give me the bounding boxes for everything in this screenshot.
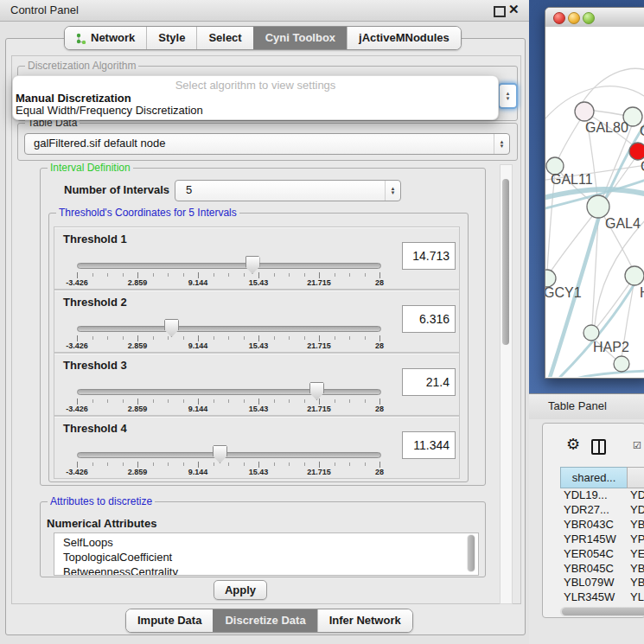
table-row-cell[interactable]: YBR043C [564, 518, 614, 531]
float-window-icon[interactable] [494, 6, 506, 17]
algorithm-popup-hint: Select algorithm to view settings [13, 79, 498, 92]
close-traffic-light-icon[interactable] [553, 12, 565, 24]
table-row-cell[interactable]: YLR345W [564, 590, 615, 603]
popup-item-manual-discretization[interactable]: Manual Discretization [16, 92, 131, 105]
threshold-value-field[interactable]: 21.4 [402, 368, 456, 396]
slider-track[interactable] [77, 326, 381, 332]
network-node-red-node[interactable] [629, 143, 644, 160]
stepper-icon[interactable]: ▲▼ [494, 134, 509, 154]
network-edge [556, 113, 584, 164]
minor-tick [274, 462, 275, 466]
table-row-cell[interactable]: YDR2 [630, 503, 644, 516]
minor-tick [183, 462, 184, 466]
threshold-label: Threshold 3 [63, 359, 127, 372]
network-edge [547, 174, 555, 271]
network-node-hap2[interactable] [583, 325, 599, 341]
table-row-cell[interactable]: YBR0 [630, 562, 644, 575]
tab-cyni-toolbox[interactable]: Cyni Toolbox [253, 27, 347, 49]
table-row-cell[interactable]: YLR3 [630, 590, 644, 603]
tab-network[interactable]: Network [65, 27, 146, 49]
tab-impute-data[interactable]: Impute Data [126, 609, 213, 632]
slider-track[interactable] [77, 389, 381, 395]
minor-tick [289, 399, 290, 403]
gear-icon[interactable]: ⚙ [566, 437, 580, 452]
popup-item-equal-width-frequency-discretization[interactable]: Equal Width/Frequency Discretization [16, 104, 203, 117]
network-node-gal4[interactable] [587, 195, 609, 218]
threshold-row-3: Threshold 3-3.4262.8599.14415.4321.71528… [54, 353, 460, 416]
apply-button[interactable]: Apply [214, 580, 267, 600]
tab-jactivemnodules[interactable]: jActiveMNodules [347, 27, 461, 49]
table-data-combobox[interactable]: galFiltered.sif default node ▲▼ [24, 133, 510, 155]
table-panel-title: Table Panel [548, 399, 607, 412]
tab-infer-network[interactable]: Infer Network [317, 609, 412, 632]
table-row-cell[interactable]: YDL1 [630, 488, 644, 501]
attribute-item-topologicalcoefficient[interactable]: TopologicalCoefficient [63, 551, 172, 564]
network-graph: GAL80GACGAL11GAL4GCY1HHAP2 [545, 27, 644, 377]
minor-tick [365, 273, 366, 277]
attribute-item-selfloops[interactable]: SelfLoops [63, 536, 113, 549]
minor-tick [92, 336, 93, 340]
slider-thumb[interactable] [164, 319, 179, 337]
slider-thumb[interactable] [309, 382, 324, 400]
network-node-h-partial[interactable] [625, 266, 644, 285]
threshold-value-field[interactable]: 14.713 [402, 242, 456, 270]
column-header-shared-name[interactable]: shared... [560, 467, 628, 488]
slider-thumb[interactable] [213, 445, 227, 463]
network-node-gal80[interactable] [575, 102, 594, 121]
table-row-cell[interactable]: YER054C [564, 547, 614, 560]
table-horizontal-scrollbar[interactable] [560, 607, 644, 616]
network-window-titlebar[interactable] [545, 8, 644, 28]
major-tick [77, 272, 78, 278]
major-tick [258, 399, 259, 405]
minor-tick [335, 399, 335, 403]
major-tick [137, 272, 138, 278]
number-of-intervals-combobox[interactable]: 5 ▲▼ [175, 180, 401, 201]
table-row-cell[interactable]: YBR045C [564, 562, 614, 575]
table-row-cell[interactable]: YDL19... [564, 488, 608, 501]
slider-track[interactable] [77, 452, 381, 458]
minor-tick [304, 462, 305, 466]
table-row-cell[interactable]: YPR145W [564, 532, 616, 545]
minor-tick [289, 462, 290, 466]
table-row-cell[interactable]: YBR0 [630, 518, 644, 531]
tick-label: 2.859 [128, 405, 148, 413]
table-row-cell[interactable]: YDR27... [564, 503, 609, 516]
attributes-list-scrollbar[interactable] [467, 534, 475, 572]
split-columns-icon[interactable] [591, 439, 606, 455]
tick-label: -3.426 [66, 341, 88, 350]
tab-style[interactable]: Style [146, 27, 196, 49]
major-tick [319, 272, 320, 278]
threshold-value-field[interactable]: 6.316 [402, 305, 456, 333]
slider-thumb[interactable] [245, 256, 260, 274]
table-row-cell[interactable]: YER0 [630, 547, 644, 560]
minor-tick [123, 462, 124, 466]
threshold-value-field[interactable]: 11.344 [402, 431, 456, 459]
close-icon[interactable]: ✕ [508, 2, 520, 17]
table-row-cell[interactable]: YBL0 [630, 576, 644, 589]
table-row-cell[interactable]: YBL079W [564, 576, 615, 589]
minor-tick [244, 462, 245, 466]
zoom-traffic-light-icon[interactable] [583, 12, 595, 24]
attribute-item-betweennesscentrality[interactable]: BetweennessCentrality [63, 565, 178, 576]
network-node-gcy1[interactable] [545, 270, 556, 287]
algorithm-combo-stepper[interactable]: ▲▼ [498, 83, 518, 109]
tab-label: Style [158, 27, 185, 49]
stepper-icon[interactable]: ▲▼ [385, 181, 400, 201]
tab-select[interactable]: Select [196, 27, 252, 49]
table-row-cell[interactable]: YPR1 [630, 532, 644, 545]
minor-tick [107, 273, 108, 277]
numerical-attributes-list[interactable]: SelfLoopsTopologicalCoefficientBetweenne… [54, 532, 479, 576]
minor-tick [107, 336, 108, 340]
network-view-window[interactable]: GAL80GACGAL11GAL4GCY1HHAP2 [545, 7, 644, 379]
network-canvas[interactable]: GAL80GACGAL11GAL4GCY1HHAP2 [545, 27, 644, 377]
panel-vertical-scrollbar[interactable] [500, 164, 513, 604]
slider-track[interactable] [77, 263, 381, 269]
major-tick [319, 335, 320, 341]
tab-discretize-data[interactable]: Discretize Data [213, 609, 316, 632]
network-node-node-bottom[interactable] [614, 356, 629, 372]
checkbox-icon[interactable]: ☑ [633, 441, 641, 450]
column-header-name[interactable]: na [627, 467, 644, 488]
tick-label: 28 [375, 278, 384, 287]
minimize-traffic-light-icon[interactable] [568, 12, 580, 24]
major-tick [198, 462, 199, 468]
